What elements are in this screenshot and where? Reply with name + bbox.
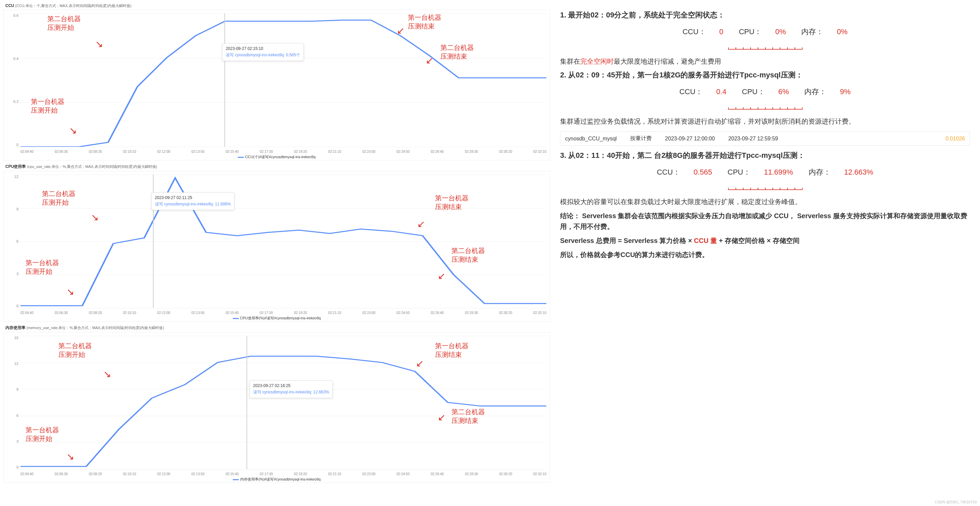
s2-cpu-label: CPU： <box>742 87 765 96</box>
explanation-column: 1. 最开始02：09分之前，系统处于完全空闲状态： CCU：0 CPU：0% … <box>554 0 980 490</box>
s2-cpu-val: 6% <box>778 87 789 96</box>
arrow-icon: ↘ <box>95 38 103 49</box>
arrow-icon: ↙ <box>416 358 423 369</box>
section2-heading: 2. 从02：09：45开始，第一台1核2G的服务器开始进行Tpcc-mysql… <box>560 70 970 80</box>
arrow-icon: ↘ <box>91 212 99 223</box>
annotation: 第二台机器压测开始 <box>47 14 81 32</box>
annotation: 第一台机器压测结束 <box>435 194 469 211</box>
bill-amount: 0.01026 <box>945 136 965 142</box>
s1-note-red: 完全空闲时 <box>580 58 614 65</box>
section3-metrics: CCU：0.565 CPU：11.699% 内存：12.663% <box>560 167 970 177</box>
s1-note-post: 最大限度地进行缩减，避免产生费用 <box>614 58 721 65</box>
bill-name: cynosdb_CCU_mysql <box>565 136 617 142</box>
s2-ccu-val: 0.4 <box>716 87 727 96</box>
annotation: 第一台机器压测开始 <box>25 425 59 443</box>
s1-mem-val: 0% <box>837 27 848 36</box>
y-axis: 129630 <box>4 174 21 308</box>
s1-cpu-label: CPU： <box>739 27 762 36</box>
legend: CPU使用率(%)#读写#cynosdbmysql-ins-irekeo9q <box>4 316 550 321</box>
section1-note: 集群在完全空闲时最大限度地进行缩减，避免产生费用 <box>560 56 970 67</box>
annotation: 第一台机器压测结束 <box>408 13 441 30</box>
s1-cpu-val: 0% <box>775 27 786 36</box>
section2-note: 集群通过监控业务负载情况，系统对计算资源进行自动扩缩容，并对该时刻所消耗的资源进… <box>560 116 970 127</box>
conc2b: CCU 量 <box>694 237 717 244</box>
s2-ccu-label: CCU： <box>679 87 703 96</box>
plot-area[interactable]: 1512963002:04:4002:06:3002:08:2002:10:10… <box>3 332 550 483</box>
s3-ccu-label: CCU： <box>657 168 680 176</box>
s3-mem-val: 12.663% <box>844 168 873 176</box>
annotation: 第一台机器压测开始 <box>31 97 64 114</box>
s2-mem-label: 内存： <box>804 87 826 96</box>
x-axis: 02:04:4002:06:3002:08:2002:10:1002:12:00… <box>21 311 546 315</box>
x-axis: 02:04:4002:06:3002:08:2002:10:1002:12:00… <box>21 472 546 476</box>
chart-title: 内存使用率 (memory_use_rate,单位：%,聚合方式：MAX,表示时… <box>3 325 550 331</box>
x-axis: 02:04:4002:06:3002:08:2002:10:1002:12:00… <box>21 150 546 154</box>
arrow-icon: ↘ <box>67 286 74 297</box>
arrow-icon: ↘ <box>67 451 74 462</box>
chart-cpu: CPU使用率 (cpu_use_rate,单位：%,聚合方式：MAX,表示时间间… <box>3 164 550 322</box>
bill-end: 2023-09-27 12:59:59 <box>728 136 778 142</box>
arrow-icon: ↙ <box>426 55 433 66</box>
conc2c: + 存储空间价格 × 存储空间 <box>717 237 800 244</box>
tooltip: 2023-09-27 02:15:10读写 cynosdbmysql-ins-i… <box>222 43 304 61</box>
y-axis: 0.60.40.20 <box>4 13 21 147</box>
s3-mem-label: 内存： <box>809 168 831 176</box>
billing-row: cynosdb_CCU_mysql 按量计费 2023-09-27 12:00:… <box>560 132 970 146</box>
annotation: 第二台机器压测开始 <box>42 189 75 207</box>
chart-ccu: CCU (CCU,单位：个,聚合方式：MAX,表示时间间隔(时间粒度)内最大瞬时… <box>3 3 550 160</box>
line-series <box>21 13 546 147</box>
bill-start: 2023-09-27 12:00:00 <box>665 136 715 142</box>
chart-title: CCU (CCU,单位：个,聚合方式：MAX,表示时间间隔(时间粒度)内最大瞬时… <box>3 3 550 8</box>
y-axis: 15129630 <box>4 336 21 469</box>
hover-marker <box>247 336 247 469</box>
arrow-icon: ↘ <box>69 125 77 136</box>
s3-cpu-label: CPU： <box>727 168 750 176</box>
bill-type: 按量计费 <box>630 135 652 142</box>
s2-mem-val: 9% <box>840 87 851 96</box>
arrow-icon: ↙ <box>397 25 404 36</box>
bracket-icon: ⎵⎵⎵⎵⎵⎵⎵⎵⎵⎵ <box>560 38 970 52</box>
section1-metrics: CCU：0 CPU：0% 内存：0% <box>560 27 970 37</box>
bracket-icon: ⎵⎵⎵⎵⎵⎵⎵⎵⎵⎵ <box>560 98 970 113</box>
annotation: 第二台机器压测开始 <box>58 341 92 359</box>
hover-marker <box>224 13 225 147</box>
conclusion-1: 结论： Serverless 集群会在该范围内根据实际业务压力自动增加或减少 C… <box>560 211 970 232</box>
section3-note: 模拟较大的容量可以在集群负载过大时最大限度地进行扩展，稳定度过业务峰值。 <box>560 197 970 207</box>
s1-ccu-label: CCU： <box>682 27 706 36</box>
conclusion-3: 所以，价格就会参考CCU的算力来进行动态计费。 <box>560 249 970 260</box>
plot-area[interactable]: 12963002:04:4002:06:3002:08:2002:10:1002… <box>3 171 550 322</box>
bracket-icon: ⎵⎵⎵⎵⎵⎵⎵⎵⎵⎵ <box>560 178 970 193</box>
annotation: 第一台机器压测开始 <box>25 259 59 276</box>
s1-note-pre: 集群在 <box>560 58 580 65</box>
chart-title: CPU使用率 (cpu_use_rate,单位：%,聚合方式：MAX,表示时间间… <box>3 164 550 170</box>
annotation: 第二台机器压测结束 <box>452 408 485 425</box>
arrow-icon: ↘ <box>103 369 111 380</box>
tooltip: 2023-09-27 02:16:25读写 cynosdbmysql-ins-i… <box>250 380 333 398</box>
section1-heading: 1. 最开始02：09分之前，系统处于完全空闲状态： <box>560 10 970 20</box>
s3-cpu-val: 11.699% <box>764 168 793 176</box>
s1-ccu-val: 0 <box>719 27 724 36</box>
legend: CCU(个)#读写#cynosdbmysql-ins-irekeo9q <box>4 154 550 160</box>
s1-mem-label: 内存： <box>801 27 823 36</box>
conclusion-2: Serverless 总费用 = Serverless 算力价格 × CCU 量… <box>560 235 970 246</box>
legend: 内存使用率(%)#读写#cynosdbmysql-ins-irekeo9q <box>4 477 550 482</box>
arrow-icon: ↙ <box>417 219 425 230</box>
plot-area[interactable]: 0.60.40.2002:04:4002:06:3002:08:2002:10:… <box>3 10 550 160</box>
conc2a: Serverless 总费用 = Serverless 算力价格 × <box>560 237 694 244</box>
arrow-icon: ↙ <box>438 270 445 281</box>
chart-mem: 内存使用率 (memory_use_rate,单位：%,聚合方式：MAX,表示时… <box>3 325 550 483</box>
tooltip: 2023-09-27 02:11:25读写 cynosdbmysql-ins-i… <box>151 192 235 210</box>
annotation: 第一台机器压测结束 <box>435 341 469 359</box>
section2-metrics: CCU：0.4 CPU：6% 内存：9% <box>560 87 970 97</box>
annotation: 第二台机器压测结束 <box>441 43 474 61</box>
arrow-icon: ↙ <box>438 412 445 423</box>
section3-heading: 3. 从02：11：40开始，第二 台2核8G的服务器开始进行Tpcc-mysq… <box>560 151 970 160</box>
charts-column: CCU (CCU,单位：个,聚合方式：MAX,表示时间间隔(时间粒度)内最大瞬时… <box>0 0 554 490</box>
annotation: 第二台机器压测结束 <box>452 246 485 264</box>
s3-ccu-val: 0.565 <box>694 168 712 176</box>
